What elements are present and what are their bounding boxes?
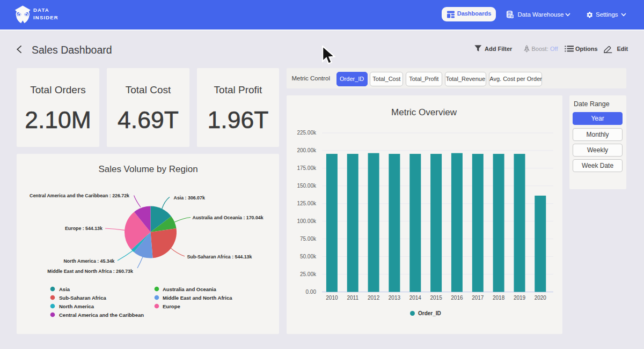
svg-text:Australia and Oceania : 170.04: Australia and Oceania : 170.04k (193, 215, 264, 220)
svg-text:Middle East and North Africa :: Middle East and North Africa : 260.73k (47, 269, 133, 274)
svg-text:Asia: Asia (59, 286, 70, 292)
svg-text:0.00: 0.00 (306, 289, 317, 295)
svg-text:Australia and Oceania: Australia and Oceania (163, 286, 217, 292)
svg-text:2012: 2012 (368, 295, 380, 301)
svg-text:200.00k: 200.00k (297, 147, 317, 153)
svg-text:2011: 2011 (347, 295, 358, 301)
svg-text:2014: 2014 (409, 295, 422, 301)
svg-text:Sub-Saharan Africa: Sub-Saharan Africa (59, 295, 107, 301)
svg-text:2020: 2020 (535, 295, 547, 301)
svg-text:100.00k: 100.00k (297, 218, 317, 224)
svg-text:Central America and the Caribb: Central America and the Caribbean (59, 312, 144, 318)
svg-text:2010: 2010 (326, 295, 338, 301)
svg-text:Europe : 544.13k: Europe : 544.13k (65, 226, 103, 231)
svg-text:2018: 2018 (493, 295, 505, 301)
svg-text:175.00k: 175.00k (297, 165, 317, 171)
svg-text:150.00k: 150.00k (297, 183, 317, 189)
svg-text:2015: 2015 (430, 295, 442, 301)
svg-text:Asia : 306.07k: Asia : 306.07k (174, 195, 205, 201)
svg-text:125.00k: 125.00k (297, 201, 317, 206)
svg-text:Order_ID: Order_ID (418, 310, 441, 316)
svg-text:North America : 45.34k: North America : 45.34k (63, 258, 114, 264)
svg-text:2019: 2019 (514, 295, 526, 301)
svg-text:50.00k: 50.00k (300, 254, 317, 259)
svg-text:Central America and the Caribb: Central America and the Caribbean : 226.… (30, 193, 129, 198)
svg-text:25.00k: 25.00k (300, 271, 317, 277)
svg-text:2013: 2013 (389, 295, 401, 301)
svg-text:Metric Overview: Metric Overview (391, 107, 457, 117)
svg-text:2016: 2016 (451, 295, 463, 301)
svg-text:75.00k: 75.00k (300, 236, 317, 242)
svg-text:Sales Volume by Region: Sales Volume by Region (98, 164, 197, 174)
svg-text:Middle East and North Africa: Middle East and North Africa (163, 295, 232, 301)
svg-text:Sub-Saharan Africa : 544.13k: Sub-Saharan Africa : 544.13k (187, 254, 252, 259)
svg-text:North America: North America (59, 303, 94, 309)
svg-text:225.00k: 225.00k (297, 130, 317, 136)
svg-text:2017: 2017 (472, 295, 484, 301)
svg-text:Europe: Europe (163, 303, 180, 309)
